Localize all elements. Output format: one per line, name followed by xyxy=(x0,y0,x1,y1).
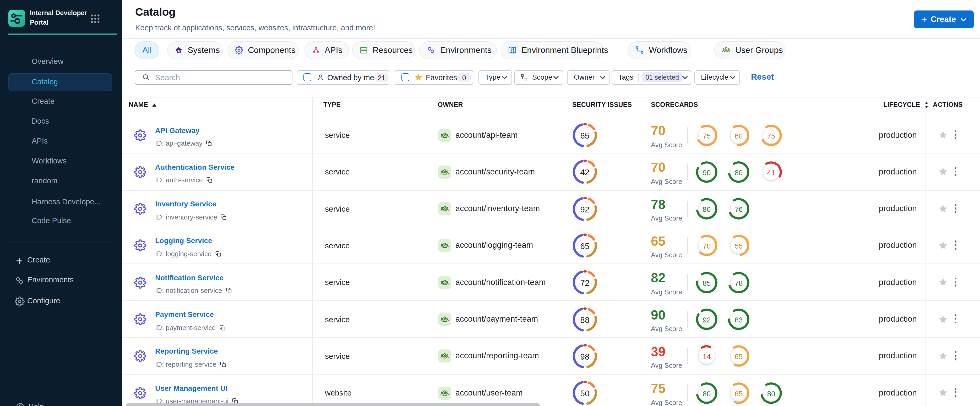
svg-text:98: 98 xyxy=(580,352,590,362)
svg-text:A: A xyxy=(511,48,513,51)
svg-text:78: 78 xyxy=(735,279,743,287)
svg-text:70: 70 xyxy=(702,242,710,250)
svg-text:85: 85 xyxy=(702,279,710,287)
svg-text:65: 65 xyxy=(580,131,590,140)
svg-text:55: 55 xyxy=(735,242,743,250)
svg-text:72: 72 xyxy=(580,278,590,288)
svg-text:60: 60 xyxy=(735,132,743,140)
svg-text:80: 80 xyxy=(702,390,710,398)
svg-text:90: 90 xyxy=(702,168,710,176)
svg-text:65: 65 xyxy=(580,241,590,251)
svg-text:88: 88 xyxy=(580,315,590,325)
svg-text:65: 65 xyxy=(735,352,743,361)
svg-text:75: 75 xyxy=(767,132,775,140)
svg-text:76: 76 xyxy=(735,205,743,214)
svg-text:83: 83 xyxy=(735,316,743,324)
svg-text:50: 50 xyxy=(580,389,590,398)
svg-text:42: 42 xyxy=(580,168,590,177)
svg-text:92: 92 xyxy=(702,316,710,324)
svg-text:41: 41 xyxy=(767,168,775,176)
svg-text:80: 80 xyxy=(702,205,710,214)
svg-text:80: 80 xyxy=(767,390,775,398)
svg-text:92: 92 xyxy=(580,205,590,214)
svg-text:14: 14 xyxy=(702,352,710,361)
svg-text:65: 65 xyxy=(735,390,743,398)
svg-text:75: 75 xyxy=(702,132,710,140)
svg-text:80: 80 xyxy=(735,168,743,176)
